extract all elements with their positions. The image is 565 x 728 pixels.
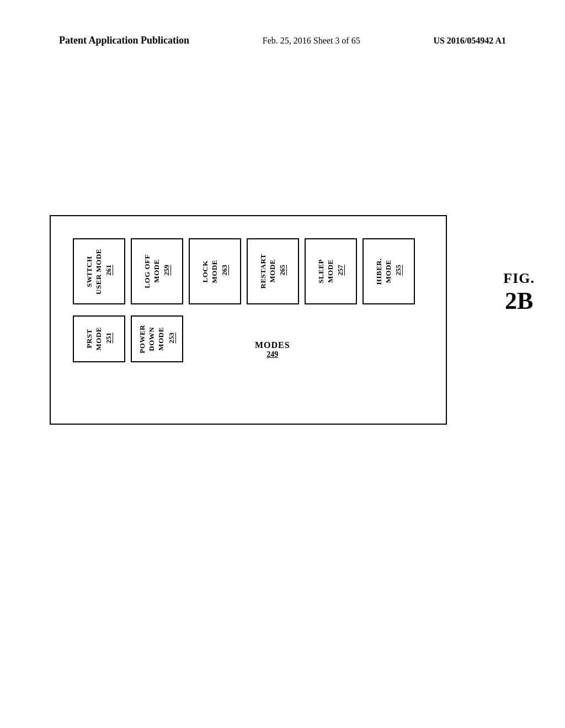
sleep-mode-box: SLEEPMODE 257: [305, 238, 357, 304]
restart-mode-label: RESTARTMODE: [259, 254, 278, 289]
publication-date-sheet: Feb. 25, 2016 Sheet 3 of 65: [263, 36, 360, 46]
lock-mode-label: LOCKMODE: [201, 260, 220, 283]
figure-prefix: FIG.: [503, 270, 535, 287]
log-off-mode-number: 259: [162, 265, 171, 276]
log-off-mode-label: LOG OFFMODE: [143, 254, 162, 288]
diagram-inner: SWITCHUSER MODE 261 LOG OFFMODE 259 LOCK…: [51, 216, 446, 424]
publication-number: US 2016/054942 A1: [433, 36, 506, 46]
prst-mode-box: PRSTMODE 251: [73, 315, 125, 362]
sleep-mode-label: SLEEPMODE: [317, 259, 335, 283]
diagram-container: SWITCHUSER MODE 261 LOG OFFMODE 259 LOCK…: [50, 215, 447, 425]
restart-mode-number: 265: [278, 265, 287, 276]
top-mode-row: SWITCHUSER MODE 261 LOG OFFMODE 259 LOCK…: [73, 238, 435, 304]
figure-label-area: FIG. 2B: [503, 270, 535, 315]
switch-user-mode-label: SWITCHUSER MODE: [85, 249, 104, 295]
power-down-mode-box: POWERDOWNMODE 253: [131, 315, 183, 362]
lock-mode-number: 263: [220, 265, 229, 276]
sleep-mode-number: 257: [336, 265, 345, 276]
hiber-mode-number: 255: [394, 265, 403, 276]
prst-mode-label: PRSTMODE: [85, 327, 104, 350]
power-down-mode-number: 253: [167, 333, 176, 344]
switch-user-mode-number: 261: [104, 265, 113, 276]
power-down-mode-label: POWERDOWNMODE: [138, 325, 166, 354]
modes-label: MODES: [255, 340, 290, 350]
page-header: Patent Application Publication Feb. 25, …: [0, 35, 565, 46]
modes-number: 249: [266, 350, 278, 359]
lock-mode-box: LOCKMODE 263: [189, 238, 241, 304]
figure-id: 2B: [505, 287, 533, 315]
hiber-mode-box: HIBER.MODE 255: [363, 238, 415, 304]
publication-title: Patent Application Publication: [59, 35, 189, 46]
bottom-mode-row: PRSTMODE 251 POWERDOWNMODE 253 MODES 249: [73, 315, 435, 362]
switch-user-mode-box: SWITCHUSER MODE 261: [73, 238, 125, 304]
hiber-mode-label: HIBER.MODE: [375, 258, 393, 285]
prst-mode-number: 251: [104, 333, 113, 344]
log-off-mode-box: LOG OFFMODE 259: [131, 238, 183, 304]
restart-mode-box: RESTARTMODE 265: [247, 238, 299, 304]
